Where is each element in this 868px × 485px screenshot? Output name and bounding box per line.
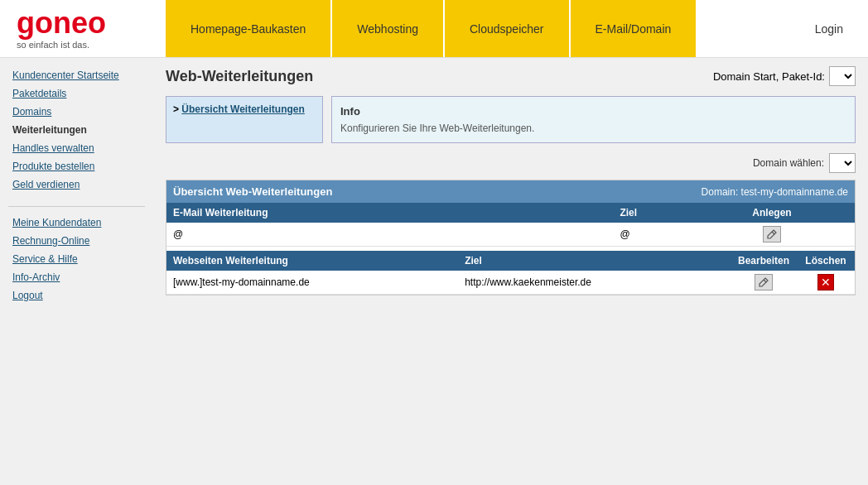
sidebar-item-service[interactable]: Service & Hilfe (0, 250, 153, 268)
domain-select-top: Domain Start, Paket-Id: (713, 66, 856, 86)
login-button[interactable]: Login (790, 22, 868, 36)
logo: goneo so einfach ist das. (0, 0, 166, 58)
pencil-icon[interactable] (763, 226, 781, 242)
page-title: Web-Weiterleitungen (166, 68, 313, 85)
content-header: Web-Weiterleitungen Domain Start, Paket-… (166, 66, 856, 86)
logo-sub: so einfach ist das. (17, 40, 149, 50)
domain-select-label: Domain Start, Paket-Id: (713, 70, 825, 83)
sidebar-item-logout[interactable]: Logout (0, 286, 153, 305)
sidebar-divider (8, 206, 145, 207)
table-domain-info: Domain: test-my-domainname.de (702, 186, 848, 198)
info-box-text: Konfigurieren Sie Ihre Web-Weiterleitung… (340, 122, 846, 134)
delete-x: ✕ (821, 276, 831, 289)
webseiten-col-weiterleitung: Webseiten Weiterleitung (166, 251, 458, 271)
sidebar-item-kundencenter[interactable]: Kundencenter Startseite (0, 66, 153, 84)
webseiten-row-weiterleitung: [www.]test-my-domainname.de (166, 271, 458, 295)
nav-email-domain[interactable]: E-Mail/Domain (571, 0, 698, 57)
sidebar-item-rechnung[interactable]: Rechnung-Online (0, 232, 153, 250)
table-row: @ @ (166, 223, 855, 247)
sidebar-section-2: Meine Kundendaten Rechnung-Online Servic… (0, 214, 153, 305)
sidebar-section-1: Kundencenter Startseite Paketdetails Dom… (0, 66, 153, 194)
webseiten-col-loeschen: Löschen (797, 251, 855, 271)
email-col-extra (805, 203, 855, 223)
content-area: Web-Weiterleitungen Domain Start, Paket-… (153, 58, 868, 485)
email-row-ziel: @ (613, 223, 739, 247)
svg-line-0 (772, 232, 774, 234)
info-box: Info Konfigurieren Sie Ihre Web-Weiterle… (331, 96, 856, 143)
webseiten-row-ziel: http://www.kaekenmeister.de (458, 271, 731, 295)
table-section-title: Übersicht Web-Weiterleitungen (173, 185, 332, 198)
sidebar-item-domains[interactable]: Domains (0, 103, 153, 121)
nav-homepage-baukasten[interactable]: Homepage-Baukasten (166, 0, 332, 57)
main-nav: Homepage-Baukasten Webhosting Cloudspeic… (166, 0, 790, 57)
email-col-weiterleitung: E-Mail Weiterleitung (166, 203, 613, 223)
sidebar-item-geld[interactable]: Geld verdienen (0, 175, 153, 194)
left-nav-uebersicht-link[interactable]: Übersicht Weiterleitungen (181, 103, 304, 115)
domain-waehlen-select[interactable] (829, 153, 856, 173)
domain-waehlen-row: Domain wählen: (166, 153, 856, 173)
domain-waehlen-label: Domain wählen: (753, 157, 824, 169)
table-section-header: Übersicht Web-Weiterleitungen Domain: te… (166, 180, 855, 203)
nav-cloudspeicher[interactable]: Cloudspeicher (445, 0, 571, 57)
logo-text: goneo (17, 8, 149, 38)
sidebar-item-handles[interactable]: Handles verwalten (0, 139, 153, 157)
header: goneo so einfach ist das. Homepage-Bauka… (0, 0, 868, 58)
webseiten-row-bearbeiten (731, 271, 797, 295)
email-col-ziel: Ziel (613, 203, 739, 223)
sidebar-item-info-archiv[interactable]: Info-Archiv (0, 268, 153, 286)
svg-line-1 (764, 280, 766, 282)
sidebar-item-kundendaten[interactable]: Meine Kundendaten (0, 214, 153, 232)
table-row: [www.]test-my-domainname.de http://www.k… (166, 271, 855, 295)
delete-icon[interactable]: ✕ (817, 274, 834, 291)
sidebar-item-weiterleitungen[interactable]: Weiterleitungen (0, 121, 153, 139)
sidebar-item-paketdetails[interactable]: Paketdetails (0, 84, 153, 103)
edit-icon[interactable] (755, 274, 773, 291)
email-row-weiterleitung: @ (166, 223, 613, 247)
domain-select-top-dropdown[interactable] (829, 66, 856, 86)
sidebar-item-produkte[interactable]: Produkte bestellen (0, 157, 153, 175)
email-col-anlegen: Anlegen (739, 203, 805, 223)
table-section: Übersicht Web-Weiterleitungen Domain: te… (166, 180, 856, 295)
sidebar: Kundencenter Startseite Paketdetails Dom… (0, 58, 153, 485)
left-nav-uebersicht[interactable]: Übersicht Weiterleitungen (173, 103, 316, 115)
email-row-extra (805, 223, 855, 247)
email-row-anlegen (739, 223, 805, 247)
webseiten-col-ziel: Ziel (458, 251, 731, 271)
email-table: E-Mail Weiterleitung Ziel Anlegen @ @ (166, 203, 855, 247)
info-box-title: Info (340, 105, 846, 118)
two-col-layout: Übersicht Weiterleitungen Info Konfiguri… (166, 96, 856, 143)
webseiten-col-bearbeiten: Bearbeiten (731, 251, 797, 271)
nav-webhosting[interactable]: Webhosting (332, 0, 445, 57)
webseiten-table: Webseiten Weiterleitung Ziel Bearbeiten … (166, 251, 855, 295)
main-layout: Kundencenter Startseite Paketdetails Dom… (0, 58, 868, 485)
left-nav-box: Übersicht Weiterleitungen (166, 96, 323, 143)
webseiten-row-loeschen: ✕ (797, 271, 855, 295)
